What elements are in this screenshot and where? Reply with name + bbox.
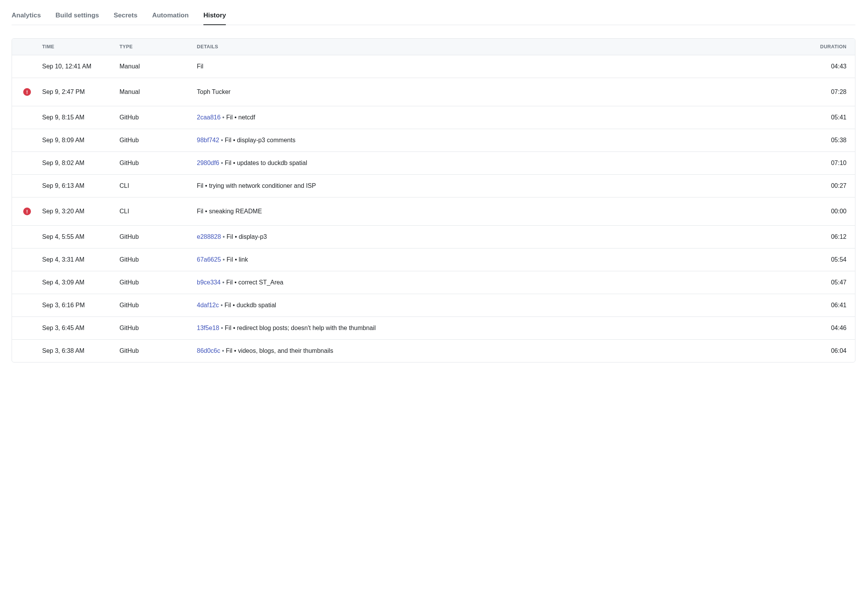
duration-cell: 06:41 [809,302,855,309]
separator: • [220,279,226,286]
time-cell: Sep 10, 12:41 AM [42,63,119,70]
duration-cell: 06:12 [809,233,855,240]
table-row[interactable]: Sep 9, 8:02 AMGitHub2980df6 • Fil • upda… [12,152,855,175]
separator: • [221,233,227,240]
time-cell: Sep 9, 8:15 AM [42,114,119,121]
details-cell: 2980df6 • Fil • updates to duckdb spatia… [197,160,809,167]
type-cell: Manual [119,88,197,95]
table-row[interactable]: Sep 3, 6:38 AMGitHub86d0c6c • Fil • vide… [12,340,855,362]
separator: • [219,137,225,143]
tab-automation[interactable]: Automation [152,8,188,25]
details-text: Fil • link [227,256,248,263]
separator: • [219,160,225,166]
details-text: Toph Tucker [197,88,230,95]
commit-link[interactable]: 67a6625 [197,256,221,263]
tab-analytics[interactable]: Analytics [12,8,41,25]
type-cell: GitHub [119,137,197,144]
details-cell: e288828 • Fil • display-p3 [197,233,809,240]
duration-cell: 07:10 [809,160,855,167]
type-cell: GitHub [119,302,197,309]
separator: • [219,325,225,331]
separator: • [219,302,225,308]
time-cell: Sep 9, 2:47 PM [42,88,119,95]
table-header-row: TIME TYPE DETAILS DURATION [12,39,855,55]
status-cell: ! [12,208,42,215]
commit-link[interactable]: 86d0c6c [197,347,220,354]
details-cell: 98bf742 • Fil • display-p3 comments [197,137,809,144]
separator: • [220,347,226,354]
commit-link[interactable]: 2caa816 [197,114,220,121]
table-row[interactable]: !Sep 9, 2:47 PMManualToph Tucker07:28 [12,78,855,106]
type-cell: CLI [119,182,197,189]
details-text: Fil • display-p3 [227,233,267,240]
tab-secrets[interactable]: Secrets [114,8,137,25]
duration-cell: 04:46 [809,325,855,332]
time-cell: Sep 3, 6:45 AM [42,325,119,332]
table-row[interactable]: Sep 3, 6:16 PMGitHub4daf12c • Fil • duck… [12,294,855,317]
separator: • [220,114,226,121]
type-cell: GitHub [119,325,197,332]
tab-build-settings[interactable]: Build settings [56,8,99,25]
commit-link[interactable]: 13f5e18 [197,325,219,331]
details-text: Fil • correct ST_Area [226,279,283,286]
details-cell: Toph Tucker [197,88,809,95]
type-cell: GitHub [119,233,197,240]
table-row[interactable]: Sep 3, 6:45 AMGitHub13f5e18 • Fil • redi… [12,317,855,340]
table-row[interactable]: Sep 4, 3:09 AMGitHubb9ce334 • Fil • corr… [12,271,855,294]
table-row[interactable]: Sep 9, 6:13 AMCLIFil • trying with netwo… [12,175,855,197]
details-cell: b9ce334 • Fil • correct ST_Area [197,279,809,286]
details-text: Fil • display-p3 comments [225,137,295,143]
type-cell: GitHub [119,256,197,263]
details-cell: 2caa816 • Fil • netcdf [197,114,809,121]
commit-link[interactable]: e288828 [197,233,221,240]
header-duration: DURATION [809,44,855,49]
duration-cell: 00:27 [809,182,855,189]
details-text: Fil • trying with network conditioner an… [197,182,316,189]
separator: • [221,256,227,263]
details-text: Fil • updates to duckdb spatial [225,160,307,166]
details-cell: Fil [197,63,809,70]
details-text: Fil • netcdf [226,114,255,121]
details-cell: 4daf12c • Fil • duckdb spatial [197,302,809,309]
table-row[interactable]: !Sep 9, 3:20 AMCLIFil • sneaking README0… [12,197,855,226]
duration-cell: 05:54 [809,256,855,263]
details-text: Fil • videos, blogs, and their thumbnail… [226,347,333,354]
details-cell: Fil • trying with network conditioner an… [197,182,809,189]
time-cell: Sep 4, 3:31 AM [42,256,119,263]
header-type: TYPE [119,44,197,49]
duration-cell: 00:00 [809,208,855,215]
table-row[interactable]: Sep 9, 8:09 AMGitHub98bf742 • Fil • disp… [12,129,855,152]
details-text: Fil • sneaking README [197,208,262,214]
time-cell: Sep 4, 5:55 AM [42,233,119,240]
table-row[interactable]: Sep 4, 5:55 AMGitHube288828 • Fil • disp… [12,226,855,248]
details-text: Fil • duckdb spatial [224,302,276,308]
duration-cell: 07:28 [809,88,855,95]
duration-cell: 05:41 [809,114,855,121]
time-cell: Sep 9, 8:02 AM [42,160,119,167]
time-cell: Sep 3, 6:38 AM [42,347,119,354]
duration-cell: 06:04 [809,347,855,354]
status-cell: ! [12,88,42,96]
table-row[interactable]: Sep 9, 8:15 AMGitHub2caa816 • Fil • netc… [12,106,855,129]
commit-link[interactable]: b9ce334 [197,279,220,286]
details-cell: 86d0c6c • Fil • videos, blogs, and their… [197,347,809,354]
error-icon: ! [23,88,31,96]
details-cell: 13f5e18 • Fil • redirect blog posts; doe… [197,325,809,332]
header-time: TIME [42,44,119,49]
type-cell: Manual [119,63,197,70]
type-cell: GitHub [119,114,197,121]
table-row[interactable]: Sep 10, 12:41 AMManualFil04:43 [12,55,855,78]
table-row[interactable]: Sep 4, 3:31 AMGitHub67a6625 • Fil • link… [12,248,855,271]
commit-link[interactable]: 98bf742 [197,137,219,143]
duration-cell: 05:38 [809,137,855,144]
tab-history[interactable]: History [203,8,226,25]
type-cell: GitHub [119,279,197,286]
type-cell: GitHub [119,160,197,167]
history-table: TIME TYPE DETAILS DURATION Sep 10, 12:41… [12,38,855,362]
time-cell: Sep 4, 3:09 AM [42,279,119,286]
type-cell: GitHub [119,347,197,354]
duration-cell: 04:43 [809,63,855,70]
commit-link[interactable]: 4daf12c [197,302,219,308]
commit-link[interactable]: 2980df6 [197,160,219,166]
time-cell: Sep 3, 6:16 PM [42,302,119,309]
